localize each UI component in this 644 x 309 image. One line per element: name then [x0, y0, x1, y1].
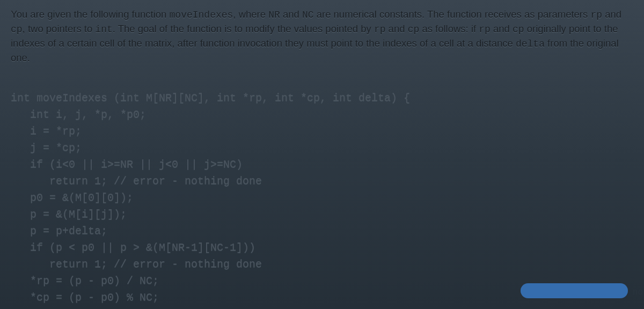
inline-code-cp2: cp [408, 24, 420, 35]
inline-code-cp: cp [11, 24, 23, 35]
code-line: p = &(M[i][j]); [11, 208, 127, 220]
inline-code-rp3: rp [479, 24, 491, 35]
code-line: int i, j, *p, *p0; [11, 108, 146, 121]
code-line: p0 = &(M[0][0]); [11, 192, 133, 204]
code-line: *cp = (p - p0) % NC; [11, 291, 159, 304]
code-line: if (p < p0 || p > &(M[NR-1][NC-1])) [11, 241, 255, 254]
highlight-marker [521, 283, 628, 298]
inline-code-nr: NR [268, 10, 280, 20]
desc-text: and [491, 23, 513, 34]
desc-text: and [602, 9, 621, 20]
inline-code-func: moveIndexes [170, 10, 233, 20]
desc-text: as follows: if [419, 23, 479, 34]
inline-code-delta: delta [516, 39, 545, 49]
document-content: You are given the following function mov… [0, 0, 644, 309]
code-line: return 1; // error - nothing done [11, 258, 262, 270]
inline-code-nc: NC [302, 10, 314, 20]
desc-text: . The goal of the function is to modify … [113, 23, 374, 34]
code-line: if (i<0 || i>=NR || j<0 || j>=NC) [11, 158, 243, 171]
code-line: p = p+delta; [11, 225, 107, 237]
desc-text: , two pointers to [23, 23, 96, 34]
desc-text: and [385, 23, 407, 34]
inline-code-int: int [95, 24, 112, 35]
edge-fragment: no [633, 288, 643, 297]
desc-text: , where [233, 9, 268, 20]
code-line: i = *rp; [11, 125, 82, 137]
code-line: return 1; // error - nothing done [11, 175, 262, 187]
desc-text: and [280, 9, 302, 20]
desc-text: are numerical constants. The function re… [314, 9, 591, 20]
inline-code-cp3: cp [513, 24, 524, 35]
problem-description: You are given the following function mov… [11, 8, 633, 65]
code-line: j = *cp; [11, 142, 82, 154]
inline-code-rp2: rp [374, 24, 386, 35]
code-block: int moveIndexes (int M[NR][NC], int *rp,… [11, 73, 633, 309]
desc-text: You are given the following function [11, 9, 170, 20]
code-line: int moveIndexes (int M[NR][NC], int *rp,… [11, 92, 410, 104]
code-line: *rp = (p - p0) / NC; [11, 275, 159, 287]
inline-code-rp: rp [590, 10, 602, 20]
